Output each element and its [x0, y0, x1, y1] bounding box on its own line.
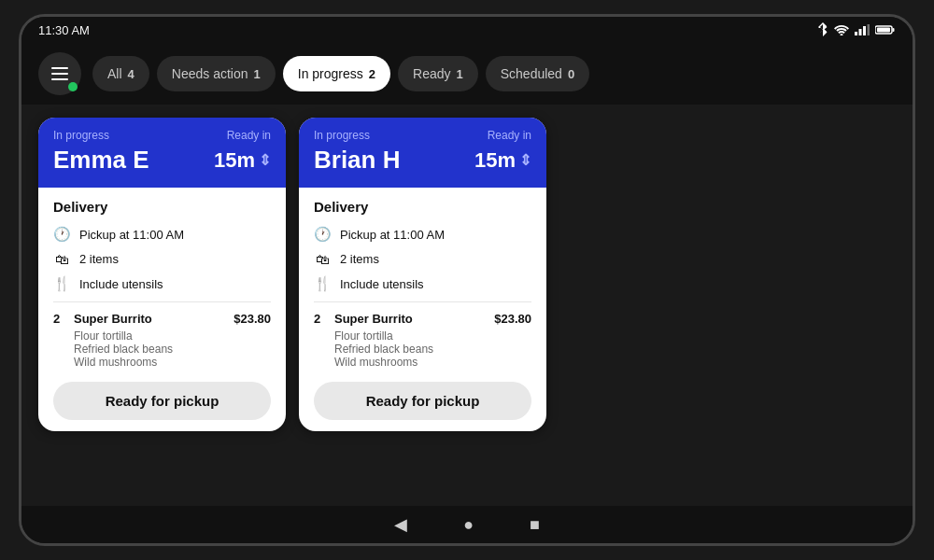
order2-item-count: 🛍 2 items	[314, 251, 531, 267]
order2-ready-label: Ready in	[488, 129, 531, 142]
order2-pickup-time-text: Pickup at 11:00 AM	[340, 228, 445, 242]
order2-delivery-label: Delivery	[314, 199, 531, 215]
tab-scheduled[interactable]: Scheduled 0	[486, 56, 589, 91]
order2-customer-name: Brian H	[314, 146, 400, 175]
main-area: All 4 Needs action 1 In progress 2 Ready…	[21, 43, 913, 506]
order2-modifier-2: Refried black beans	[334, 343, 531, 356]
tab-ready[interactable]: Ready 1	[398, 56, 478, 91]
status-bar: 11:30 AM	[21, 17, 913, 43]
order1-item-name: Super Burrito	[74, 312, 226, 326]
svg-rect-6	[893, 28, 895, 32]
tab-in-progress[interactable]: In progress 2	[283, 56, 390, 91]
svg-rect-0	[855, 32, 857, 35]
order2-time-value: 15m	[474, 148, 516, 173]
hamburger-icon	[51, 67, 68, 80]
back-button[interactable]	[394, 514, 407, 535]
order1-modifier-2: Refried black beans	[74, 343, 271, 356]
status-time: 11:30 AM	[38, 23, 90, 37]
tablet-frame: 11:30 AM	[19, 14, 915, 546]
order2-utensils: 🍴 Include utensils	[314, 275, 531, 292]
tab-ready-label: Ready	[413, 66, 450, 81]
order2-time-arrows: ⇕	[519, 151, 531, 169]
order1-item-row: 2 Super Burrito $23.80	[53, 312, 271, 326]
order2-pickup-button[interactable]: Ready for pickup	[314, 382, 531, 420]
order1-customer-name: Emma E	[53, 146, 149, 175]
order1-divider	[53, 301, 271, 302]
order-card-1: In progress Ready in Emma E 15m ⇕ Delive…	[38, 118, 286, 431]
order1-delivery-label: Delivery	[53, 199, 271, 215]
order1-body: Delivery 🕐 Pickup at 11:00 AM 🛍 2 items …	[38, 188, 286, 431]
order2-item-row: 2 Super Burrito $23.80	[314, 312, 531, 326]
filter-tabs: All 4 Needs action 1 In progress 2 Ready…	[92, 56, 589, 91]
header-row: All 4 Needs action 1 In progress 2 Ready…	[21, 43, 913, 105]
signal-icon	[855, 24, 870, 35]
order1-ready-time: 15m ⇕	[214, 148, 271, 173]
order2-body: Delivery 🕐 Pickup at 11:00 AM 🛍 2 items …	[299, 188, 546, 431]
tab-all-label: All	[107, 66, 122, 81]
order2-ready-time: 15m ⇕	[474, 148, 531, 173]
order2-divider	[314, 301, 531, 302]
online-indicator	[68, 82, 78, 91]
tab-scheduled-label: Scheduled	[501, 66, 562, 81]
battery-icon	[875, 24, 896, 35]
recent-apps-button[interactable]	[530, 515, 540, 535]
order1-item-count-text: 2 items	[79, 252, 119, 266]
tab-needs-action-count: 1	[254, 67, 261, 81]
order1-status-label: In progress	[53, 129, 109, 142]
svg-rect-2	[863, 26, 866, 35]
order-card-1-header: In progress Ready in Emma E 15m ⇕	[38, 118, 286, 188]
order2-item-count-text: 2 items	[340, 252, 379, 266]
order1-utensils-text: Include utensils	[79, 277, 163, 291]
order-card-2-header: In progress Ready in Brian H 15m ⇕	[299, 118, 546, 188]
tab-needs-action[interactable]: Needs action 1	[157, 56, 276, 91]
order2-status-label: In progress	[314, 129, 370, 142]
bluetooth-icon	[817, 22, 828, 37]
order1-modifier-1: Flour tortilla	[74, 329, 271, 343]
status-icons	[817, 22, 896, 37]
order2-item-price: $23.80	[494, 312, 531, 326]
svg-rect-3	[868, 24, 870, 35]
order2-utensils-text: Include utensils	[340, 277, 424, 291]
wifi-icon	[834, 24, 849, 35]
order2-item-qty: 2	[314, 312, 327, 326]
order2-pickup-time: 🕐 Pickup at 11:00 AM	[314, 226, 531, 243]
nav-bar	[21, 506, 913, 543]
order1-pickup-time: 🕐 Pickup at 11:00 AM	[53, 226, 271, 243]
order-card-2: In progress Ready in Brian H 15m ⇕ Deliv…	[299, 118, 546, 431]
order1-item-count: 🛍 2 items	[53, 251, 271, 267]
utensils-icon: 🍴	[53, 275, 70, 292]
order1-ready-label: Ready in	[227, 129, 271, 142]
tab-needs-action-label: Needs action	[172, 66, 248, 81]
orders-area: In progress Ready in Emma E 15m ⇕ Delive…	[21, 105, 913, 506]
order1-time-value: 15m	[214, 148, 255, 173]
clock-icon-2: 🕐	[314, 226, 331, 243]
order1-pickup-button[interactable]: Ready for pickup	[53, 382, 271, 420]
bag-icon-2: 🛍	[314, 251, 331, 267]
home-button[interactable]	[463, 515, 474, 535]
order2-item-name: Super Burrito	[334, 312, 487, 326]
clock-icon: 🕐	[53, 226, 70, 243]
svg-rect-1	[859, 29, 862, 35]
order2-modifier-3: Wild mushrooms	[334, 356, 531, 369]
utensils-icon-2: 🍴	[314, 275, 331, 292]
order1-time-arrows: ⇕	[259, 151, 271, 169]
order1-item-qty: 2	[53, 312, 66, 326]
order1-utensils: 🍴 Include utensils	[53, 275, 271, 292]
bag-icon: 🛍	[53, 251, 70, 267]
order1-pickup-time-text: Pickup at 11:00 AM	[79, 228, 184, 242]
tab-all[interactable]: All 4	[92, 56, 149, 91]
tab-ready-count: 1	[457, 67, 463, 81]
menu-button[interactable]	[38, 52, 81, 95]
svg-rect-5	[877, 28, 890, 33]
tab-in-progress-count: 2	[369, 67, 375, 81]
tab-scheduled-count: 0	[568, 67, 574, 81]
tab-all-count: 4	[128, 67, 134, 81]
order1-item-price: $23.80	[234, 312, 271, 326]
order2-modifier-1: Flour tortilla	[334, 329, 531, 343]
order1-modifier-3: Wild mushrooms	[74, 356, 271, 369]
tab-in-progress-label: In progress	[298, 66, 363, 81]
